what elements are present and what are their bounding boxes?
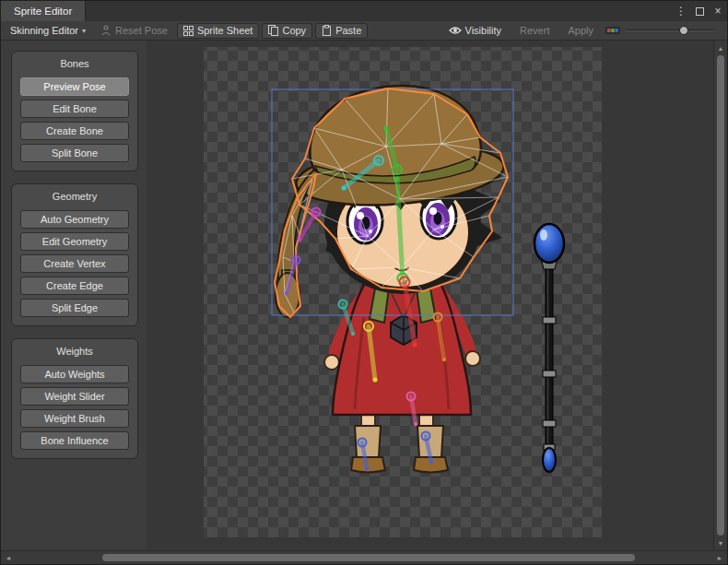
scroll-left-icon[interactable]: ◄ (2, 551, 15, 564)
weight-brush-button[interactable]: Weight Brush (20, 409, 129, 428)
skinning-tool-sidebar: Bones Preview Pose Edit Bone Create Bone… (1, 41, 147, 550)
sprite-editor-window: Sprite Editor ⋮ × Skinning Editor ▾ Rese… (0, 0, 728, 565)
geometry-panel: Geometry Auto Geometry Edit Geometry Cre… (11, 183, 138, 326)
scroll-down-icon[interactable]: ▼ (714, 536, 727, 549)
titlebar: Sprite Editor ⋮ × (1, 1, 727, 21)
tab-sprite-editor[interactable]: Sprite Editor (1, 1, 86, 21)
skinning-editor-label: Skinning Editor (10, 25, 78, 36)
scroll-right-icon[interactable]: ► (713, 551, 726, 564)
geometry-panel-title: Geometry (20, 189, 129, 206)
window-menu-icon[interactable]: ⋮ (672, 1, 690, 21)
skinning-editor-dropdown[interactable]: Skinning Editor ▾ (5, 23, 91, 39)
auto-weights-button[interactable]: Auto Weights (20, 365, 129, 383)
rgb-channels-icon[interactable] (605, 25, 620, 36)
auto-geometry-button[interactable]: Auto Geometry (20, 210, 129, 229)
split-edge-button[interactable]: Split Edge (20, 299, 129, 317)
skinning-canvas[interactable] (147, 41, 713, 550)
bone-influence-button[interactable]: Bone Influence (20, 431, 129, 450)
preview-pose-button[interactable]: Preview Pose (20, 77, 129, 96)
sprite-sheet-icon (183, 26, 194, 36)
bones-panel: Bones Preview Pose Edit Bone Create Bone… (11, 51, 138, 171)
sprite-sheet-button[interactable]: Sprite Sheet (177, 23, 260, 39)
apply-button[interactable]: Apply (561, 23, 600, 39)
create-bone-button[interactable]: Create Bone (20, 122, 129, 140)
chevron-down-icon: ▾ (82, 27, 86, 35)
toolbar: Skinning Editor ▾ Reset Pose Sprite Shee… (1, 21, 727, 41)
revert-button[interactable]: Revert (513, 23, 556, 39)
create-edge-button[interactable]: Create Edge (20, 277, 129, 295)
tab-title: Sprite Editor (14, 6, 72, 17)
window-maximize-icon[interactable] (690, 1, 709, 21)
horizontal-scrollbar[interactable]: ◄ ► (1, 550, 727, 564)
vertical-scroll-thumb[interactable] (717, 55, 724, 536)
zoom-slider-knob[interactable] (679, 26, 688, 35)
edit-geometry-button[interactable]: Edit Geometry (20, 232, 129, 251)
copy-button[interactable]: Copy (262, 23, 312, 39)
paste-button[interactable]: Paste (315, 23, 368, 39)
edit-bone-button[interactable]: Edit Bone (20, 100, 129, 118)
eye-icon (449, 26, 462, 35)
horizontal-scroll-thumb[interactable] (102, 554, 635, 561)
create-vertex-button[interactable]: Create Vertex (20, 254, 129, 273)
bones-panel-title: Bones (20, 56, 129, 74)
split-bone-button[interactable]: Split Bone (20, 144, 129, 162)
titlebar-spacer (86, 1, 672, 21)
reset-pose-button[interactable]: Reset Pose (94, 23, 174, 39)
weights-panel: Weights Auto Weights Weight Slider Weigh… (11, 338, 138, 459)
scroll-up-icon[interactable]: ▲ (714, 41, 727, 54)
reset-pose-icon (100, 25, 112, 36)
window-close-icon[interactable]: × (709, 1, 727, 21)
visibility-button[interactable]: Visibility (442, 23, 509, 39)
weight-slider-button[interactable]: Weight Slider (20, 387, 129, 406)
copy-icon (268, 25, 278, 36)
zoom-slider-track (626, 29, 714, 31)
zoom-slider[interactable] (626, 23, 714, 38)
weights-panel-title: Weights (20, 344, 129, 361)
main-content: Bones Preview Pose Edit Bone Create Bone… (1, 41, 727, 550)
vertical-scrollbar[interactable]: ▲ ▼ (713, 41, 727, 550)
paste-icon (322, 25, 332, 36)
